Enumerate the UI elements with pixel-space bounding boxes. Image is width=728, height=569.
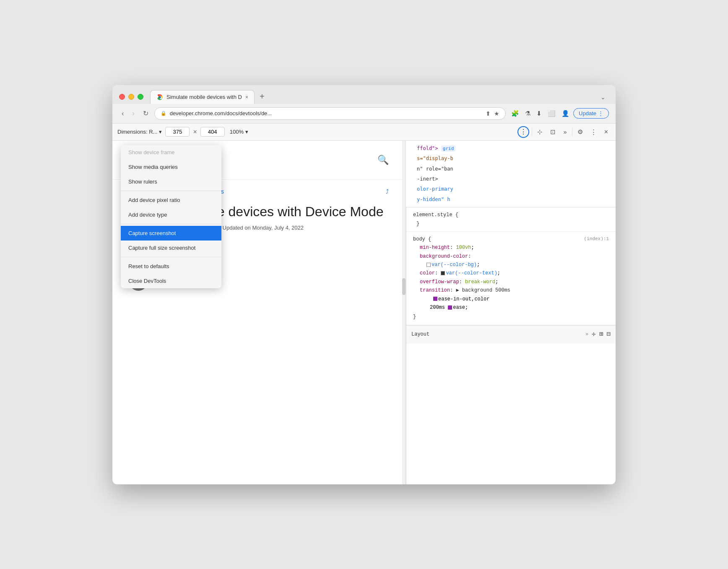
page-preview: ☰ Developers � (112, 141, 406, 484)
transition-ease-line: ease-in-out,color (420, 295, 609, 303)
menu-item-label: Close DevTools (128, 278, 166, 284)
devtools-header: ffold"> grid s="display-b n" role="ban -… (406, 141, 616, 208)
scrollbar-track (402, 141, 406, 484)
element-style-close: } (413, 220, 609, 228)
element-selector-icon[interactable]: ⊹ (535, 127, 545, 137)
menu-separator-1 (121, 191, 221, 191)
devtools-more-icon[interactable]: ⋮ (588, 127, 599, 137)
device-toolbar: Dimensions: R... ▾ × 100% ▾ ⋮ ⊹ ⊡ » ⚙ ⋮ (112, 124, 616, 141)
settings-gear-icon[interactable]: ⚙ (575, 127, 585, 137)
menu-separator-3 (121, 257, 221, 257)
overflow-val: break-word (465, 279, 495, 285)
menu-item-label: Add device pixel ratio (128, 197, 180, 203)
menu-item-capture-screenshot[interactable]: Capture screenshot (121, 226, 221, 241)
layout-chevron-icon[interactable]: » (585, 330, 588, 339)
more-options-button[interactable]: ⋮ (517, 126, 529, 138)
search-icon[interactable]: 🔍 (377, 155, 389, 166)
ease-val: ease-in-out,color (438, 296, 489, 302)
close-devtools-icon[interactable]: × (602, 127, 611, 137)
menu-item-label: Reset to defaults (128, 263, 169, 269)
bg-color-val-line: var(--color-bg); (420, 261, 609, 269)
profile-icon[interactable]: 👤 (559, 108, 572, 119)
more-tools-chevron-icon[interactable]: » (561, 127, 569, 137)
menu-item-label: Show device frame (128, 149, 175, 155)
bg-color-prop: background-color (420, 253, 468, 259)
ease-swatch[interactable] (433, 297, 437, 301)
height-input[interactable] (200, 127, 225, 137)
maximize-button[interactable] (138, 94, 143, 100)
color-rule: color: var(--color-text); (420, 269, 609, 277)
zoom-dropdown[interactable]: 100% ▾ (230, 129, 248, 135)
extensions-icon[interactable]: 🧩 (509, 108, 521, 119)
menu-item-show-device-frame[interactable]: Show device frame (121, 145, 221, 160)
body-style-block: body { (index):1 min-height: 100vh; back… (406, 232, 616, 325)
min-height-val: 100vh (456, 245, 471, 251)
color-var: var(--color-text) (446, 270, 497, 276)
bookmark-icon[interactable]: ★ (494, 110, 499, 117)
tab-search-icon[interactable]: ⬜ (546, 108, 558, 119)
color-swatch-white[interactable] (426, 263, 431, 267)
html-code-line-6: y-hidden" h (410, 194, 611, 204)
transition-rule: transition: ▶ background 500ms (420, 286, 609, 295)
styles-panel: element.style { } body { (index):1 min-h… (406, 207, 616, 484)
content-split: ☰ Developers � (112, 141, 616, 484)
address-text: developer.chrome.com/docs/devtools/de... (170, 110, 482, 116)
index-label: (index):1 (584, 235, 609, 243)
html-code-line-1: ffold"> grid (410, 143, 611, 154)
close-button[interactable] (119, 94, 125, 100)
ease-val-2: ease; (453, 305, 468, 310)
color-prop: color (420, 270, 435, 276)
download-icon[interactable]: ⬇ (534, 108, 544, 119)
tab-bar: Simulate mobile devices with D × + ⌄ (150, 90, 609, 104)
share-icon[interactable]: ⬆ (486, 110, 491, 117)
tabs-chevron-icon[interactable]: ⌄ (597, 92, 609, 102)
transition-prop: transition (420, 287, 450, 293)
min-height-prop: min-height (420, 245, 450, 251)
width-input[interactable] (165, 127, 190, 137)
device-mode-icon[interactable]: ⊡ (548, 127, 558, 137)
tab-label: Simulate mobile devices with D (166, 94, 242, 100)
traffic-lights (119, 94, 143, 100)
toolbar-divider (532, 128, 532, 136)
new-tab-button[interactable]: + (256, 90, 268, 103)
body-style-rules: min-height: 100vh; background-color: var… (413, 243, 609, 312)
minimize-button[interactable] (128, 94, 134, 100)
devtools-right-panel: ffold"> grid s="display-b n" role="ban -… (406, 141, 616, 484)
tab-close-icon[interactable]: × (245, 94, 248, 100)
chrome-menu-icon: ⋮ (598, 110, 603, 116)
menu-item-show-rulers[interactable]: Show rulers (121, 174, 221, 189)
layout-section: Layout » ✛ ⊞ ⊟ (406, 325, 616, 344)
bg-color-var: var(--color-bg) (432, 262, 477, 268)
menu-item-capture-full-screenshot[interactable]: Capture full size screenshot (121, 241, 221, 255)
layout-label: Layout (411, 330, 429, 339)
share-icon[interactable]: ⤴ (386, 188, 389, 195)
menu-item-show-media-queries[interactable]: Show media queries (121, 160, 221, 174)
address-bar[interactable]: 🔒 developer.chrome.com/docs/devtools/de.… (154, 107, 506, 120)
zoom-value: 100% (230, 129, 244, 135)
active-tab[interactable]: Simulate mobile devices with D × (150, 90, 255, 104)
nav-bar: ‹ › ↻ 🔒 developer.chrome.com/docs/devtoo… (112, 104, 616, 124)
element-style-block: element.style { } (406, 207, 616, 232)
menu-item-add-device-type[interactable]: Add device type (121, 207, 221, 222)
menu-item-label: Show rulers (128, 178, 157, 185)
context-menu: Show device frame Show media queries Sho… (121, 145, 221, 288)
min-height-rule: min-height: 100vh; (420, 243, 609, 252)
layout-grid-icon[interactable]: ⊞ (599, 329, 603, 340)
refresh-button[interactable]: ↻ (140, 108, 151, 119)
menu-item-reset-defaults[interactable]: Reset to defaults (121, 259, 221, 274)
menu-item-close-devtools[interactable]: Close DevTools (121, 274, 221, 288)
update-button[interactable]: Update ⋮ (573, 108, 609, 119)
scrollbar-thumb[interactable] (402, 278, 406, 295)
color-swatch-black[interactable] (441, 271, 445, 275)
back-button[interactable]: ‹ (119, 108, 126, 119)
forward-button[interactable]: › (130, 108, 137, 119)
dimensions-dropdown[interactable]: Dimensions: R... ▾ (117, 129, 162, 135)
title-bar: Simulate mobile devices with D × + ⌄ (112, 85, 616, 104)
body-selector: body { (413, 235, 431, 243)
menu-item-add-device-pixel-ratio[interactable]: Add device pixel ratio (121, 193, 221, 207)
flask-icon[interactable]: ⚗ (523, 108, 533, 119)
dimensions-label: Dimensions: R... (117, 129, 157, 135)
ease-swatch-2[interactable] (448, 305, 452, 310)
layout-view-icon[interactable]: ⊟ (606, 329, 611, 340)
layout-add-icon[interactable]: ✛ (592, 329, 596, 340)
